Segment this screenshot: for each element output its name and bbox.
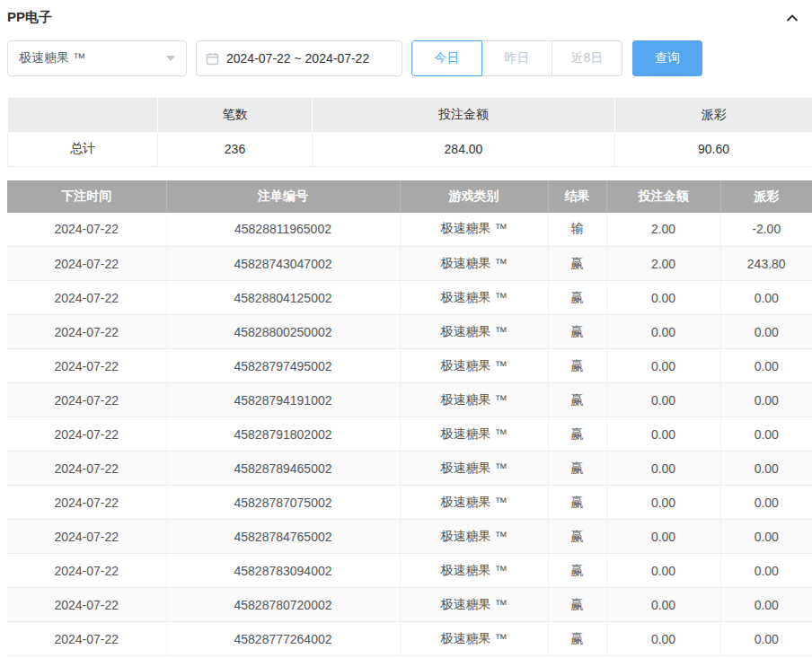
table-row: 2024-07-22 45828800250002 极速糖果 ™ 赢 0.00 … bbox=[7, 315, 812, 349]
summary-header-bet-amount: 投注金额 bbox=[313, 98, 615, 132]
quick-range-button-group: 今日 昨日 近8日 bbox=[411, 40, 622, 76]
game-type: 极速糖果 ™ bbox=[400, 213, 548, 247]
game-type: 极速糖果 ™ bbox=[400, 247, 548, 281]
bet-payout: 0.00 bbox=[720, 554, 812, 588]
bet-amount: 0.00 bbox=[606, 520, 720, 554]
bet-id: 45828800250002 bbox=[166, 315, 400, 349]
quick-button-yesterday[interactable]: 昨日 bbox=[481, 40, 552, 76]
bet-result: 赢 bbox=[548, 554, 606, 588]
summary-total-label: 总计 bbox=[8, 132, 158, 166]
bet-date: 2024-07-22 bbox=[7, 554, 166, 588]
game-type: 极速糖果 ™ bbox=[400, 349, 548, 383]
quick-button-last-8-days[interactable]: 近8日 bbox=[552, 40, 622, 76]
chevron-up-icon[interactable] bbox=[785, 11, 799, 25]
bet-id: 45828797495002 bbox=[166, 349, 400, 383]
table-row: 2024-07-22 45828780720002 极速糖果 ™ 赢 0.00 … bbox=[7, 588, 812, 622]
bet-id: 45828794191002 bbox=[166, 383, 400, 417]
bet-result: 赢 bbox=[548, 520, 606, 554]
game-type: 极速糖果 ™ bbox=[400, 383, 548, 417]
bet-records-table: 下注时间 注单编号 游戏类别 结果 投注金额 派彩 2024-07-22 458… bbox=[7, 180, 812, 657]
game-type: 极速糖果 ™ bbox=[400, 315, 548, 349]
table-row: 2024-07-22 45828783094002 极速糖果 ™ 赢 0.00 … bbox=[7, 554, 812, 588]
bet-amount: 2.00 bbox=[606, 213, 720, 247]
panel-header: PP电子 bbox=[0, 0, 812, 26]
col-header-bet-amount: 投注金额 bbox=[606, 180, 720, 213]
bet-payout: 0.00 bbox=[720, 452, 812, 486]
calendar-icon bbox=[206, 52, 219, 66]
game-type: 极速糖果 ™ bbox=[400, 452, 548, 486]
game-type: 极速糖果 ™ bbox=[400, 486, 548, 520]
bet-result: 赢 bbox=[548, 349, 606, 383]
date-range-picker[interactable]: 2024-07-22 ~ 2024-07-22 bbox=[196, 40, 402, 76]
bet-payout: 0.00 bbox=[720, 417, 812, 452]
bet-date: 2024-07-22 bbox=[7, 213, 166, 247]
bet-payout: 243.80 bbox=[720, 247, 812, 281]
col-header-result: 结果 bbox=[548, 180, 606, 213]
bet-payout: 0.00 bbox=[720, 383, 812, 417]
chevron-down-icon bbox=[166, 56, 175, 61]
search-button[interactable]: 查询 bbox=[632, 40, 702, 76]
col-header-bet-time: 下注时间 bbox=[7, 180, 166, 213]
summary-payout-value: 90.60 bbox=[615, 132, 812, 166]
bet-result: 赢 bbox=[548, 281, 606, 315]
table-row: 2024-07-22 45828787075002 极速糖果 ™ 赢 0.00 … bbox=[7, 486, 812, 520]
bet-id: 45828743047002 bbox=[166, 247, 400, 281]
pp-electronic-panel: PP电子 极速糖果 ™ 2024-07-22 ~ 2024-07-22 bbox=[0, 0, 812, 656]
bet-id: 45828777264002 bbox=[166, 622, 400, 656]
bet-result: 赢 bbox=[548, 486, 606, 520]
bet-date: 2024-07-22 bbox=[7, 520, 166, 554]
table-row: 2024-07-22 45828794191002 极速糖果 ™ 赢 0.00 … bbox=[7, 383, 812, 417]
bet-result: 赢 bbox=[548, 383, 606, 417]
bet-date: 2024-07-22 bbox=[7, 247, 166, 281]
bet-result: 赢 bbox=[548, 588, 606, 622]
bet-amount: 0.00 bbox=[606, 349, 720, 383]
table-row: 2024-07-22 45828811965002 极速糖果 ™ 输 2.00 … bbox=[7, 213, 812, 247]
game-type: 极速糖果 ™ bbox=[400, 554, 548, 588]
bet-result: 输 bbox=[548, 213, 606, 247]
bet-date: 2024-07-22 bbox=[7, 452, 166, 486]
summary-table: 笔数 投注金额 派彩 总计 236 284.00 90.60 bbox=[7, 98, 812, 167]
bet-amount: 0.00 bbox=[606, 281, 720, 315]
game-type: 极速糖果 ™ bbox=[400, 588, 548, 622]
summary-header-count: 笔数 bbox=[158, 98, 313, 132]
table-row: 2024-07-22 45828804125002 极速糖果 ™ 赢 0.00 … bbox=[7, 281, 812, 315]
bet-payout: 0.00 bbox=[720, 349, 812, 383]
bet-amount: 0.00 bbox=[606, 417, 720, 452]
quick-button-today[interactable]: 今日 bbox=[411, 40, 482, 76]
bet-result: 赢 bbox=[548, 622, 606, 656]
game-type: 极速糖果 ™ bbox=[400, 622, 548, 656]
table-row: 2024-07-22 45828784765002 极速糖果 ™ 赢 0.00 … bbox=[7, 520, 812, 554]
bet-date: 2024-07-22 bbox=[7, 622, 166, 656]
col-header-game-type: 游戏类别 bbox=[400, 180, 548, 213]
table-row: 2024-07-22 45828777264002 极速糖果 ™ 赢 0.00 … bbox=[7, 622, 812, 656]
bet-date: 2024-07-22 bbox=[7, 349, 166, 383]
bet-id: 45828789465002 bbox=[166, 452, 400, 486]
col-header-payout: 派彩 bbox=[720, 180, 812, 213]
game-select[interactable]: 极速糖果 ™ bbox=[7, 40, 187, 76]
table-row: 2024-07-22 45828743047002 极速糖果 ™ 赢 2.00 … bbox=[7, 247, 812, 281]
table-row: 2024-07-22 45828797495002 极速糖果 ™ 赢 0.00 … bbox=[7, 349, 812, 383]
table-row: 2024-07-22 45828791802002 极速糖果 ™ 赢 0.00 … bbox=[7, 417, 812, 452]
bet-table-body: 2024-07-22 45828811965002 极速糖果 ™ 输 2.00 … bbox=[7, 213, 812, 656]
bet-id: 45828804125002 bbox=[166, 281, 400, 315]
bet-date: 2024-07-22 bbox=[7, 486, 166, 520]
bet-amount: 0.00 bbox=[606, 588, 720, 622]
bet-amount: 0.00 bbox=[606, 452, 720, 486]
bet-amount: 0.00 bbox=[606, 383, 720, 417]
bet-id: 45828791802002 bbox=[166, 417, 400, 452]
bet-date: 2024-07-22 bbox=[7, 588, 166, 622]
bet-table-header-row: 下注时间 注单编号 游戏类别 结果 投注金额 派彩 bbox=[7, 180, 812, 213]
bet-result: 赢 bbox=[548, 417, 606, 452]
bet-date: 2024-07-22 bbox=[7, 315, 166, 349]
game-type: 极速糖果 ™ bbox=[400, 520, 548, 554]
panel-title: PP电子 bbox=[7, 9, 52, 26]
bet-result: 赢 bbox=[548, 315, 606, 349]
table-row: 2024-07-22 45828789465002 极速糖果 ™ 赢 0.00 … bbox=[7, 452, 812, 486]
summary-header-payout: 派彩 bbox=[615, 98, 812, 132]
bet-amount: 0.00 bbox=[606, 622, 720, 656]
summary-bet-amount-value: 284.00 bbox=[313, 132, 615, 166]
bet-id: 45828780720002 bbox=[166, 588, 400, 622]
bet-payout: 0.00 bbox=[720, 281, 812, 315]
bet-amount: 0.00 bbox=[606, 486, 720, 520]
summary-total-row: 总计 236 284.00 90.60 bbox=[8, 132, 812, 166]
